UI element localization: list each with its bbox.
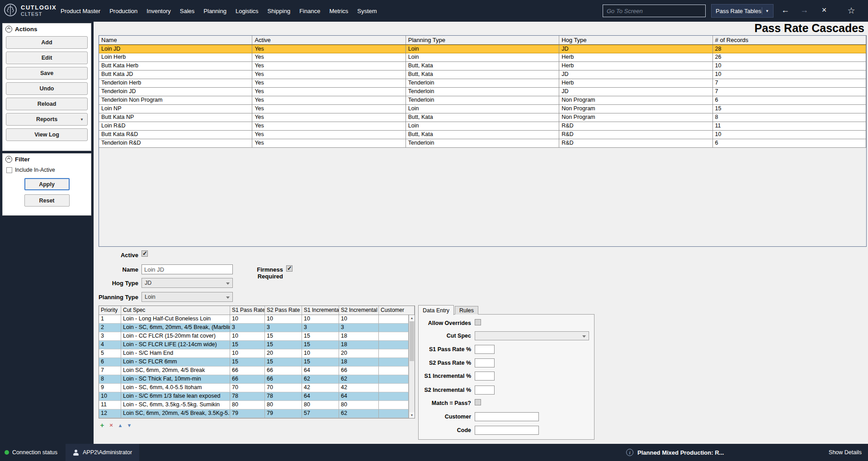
table-row[interactable]: Loin NPYesLoinNon Program15 xyxy=(99,105,866,113)
reset-button[interactable]: Reset xyxy=(24,194,70,207)
nav-item-production[interactable]: Production xyxy=(105,8,142,14)
table-row[interactable]: Butt Kata NPYesButt, KataNon Program8 xyxy=(99,113,866,122)
vertical-scrollbar[interactable]: ▲ ▼ xyxy=(409,315,415,418)
column-header-of-records[interactable]: # of Records xyxy=(713,36,866,44)
cutspec-row[interactable]: 7Loin SC, 6mm, 20mm, 4/5 Break66666466 xyxy=(99,367,409,375)
column-header-s2-incremental[interactable]: S2 Incremental xyxy=(339,306,379,315)
cutspec-body: 1Loin - Long Half-Cut Boneless Loin10101… xyxy=(99,315,409,418)
table-row[interactable]: Butt Kata R&DYesButt, KataR&D10 xyxy=(99,131,866,139)
column-header-name[interactable]: Name xyxy=(99,36,252,44)
planning-type-select[interactable]: Loin xyxy=(142,292,233,302)
column-header-active[interactable]: Active xyxy=(252,36,406,44)
column-header-hog-type[interactable]: Hog Type xyxy=(559,36,712,44)
column-header-cut-spec[interactable]: Cut Spec xyxy=(121,306,230,315)
table-row[interactable]: Butt Kata JDYesButt, KataJD10 xyxy=(99,71,866,79)
nav-item-inventory[interactable]: Inventory xyxy=(142,8,175,14)
cell-name: Butt Kata Herb xyxy=(99,62,252,70)
column-header-s1-incremental[interactable]: S1 Incremental xyxy=(302,306,339,315)
screen-selector-dropdown[interactable]: Pass Rate Tables ▼ xyxy=(711,4,774,18)
column-header-s1-pass-rate[interactable]: S1 Pass Rate xyxy=(230,306,265,315)
notification[interactable]: i Planned Mixed Production: R... xyxy=(626,444,724,461)
add-row-icon[interactable]: + xyxy=(99,421,106,429)
cutspec-row[interactable]: 10Loin - S/C 6mm 1/3 false lean exposed7… xyxy=(99,392,409,401)
move-up-icon[interactable]: ▲ xyxy=(117,423,124,428)
column-header-priority[interactable]: Priority xyxy=(99,306,121,315)
name-input[interactable] xyxy=(142,264,233,274)
scroll-up-icon[interactable]: ▲ xyxy=(409,315,415,321)
nav-item-shipping[interactable]: Shipping xyxy=(263,8,295,14)
reports-button[interactable]: Reports▼ xyxy=(6,113,88,126)
favorite-star-icon[interactable]: ☆ xyxy=(845,5,857,16)
cell-s2-incremental: 66 xyxy=(339,367,379,375)
s1-incremental-input[interactable] xyxy=(475,372,495,381)
cutspec-row[interactable]: 5Loin - S/C Ham End10201020 xyxy=(99,349,409,358)
go-to-screen-input[interactable] xyxy=(603,5,706,17)
customer-input[interactable] xyxy=(475,412,539,421)
table-row[interactable]: Tenderloin Non ProgramYesTenderloinNon P… xyxy=(99,96,866,105)
cutspec-row[interactable]: 8Loin - SC Thick Fat, 10mm-min66666262 xyxy=(99,375,409,384)
nav-item-logistics[interactable]: Logistics xyxy=(231,8,263,14)
nav-item-product-master[interactable]: Product Master xyxy=(56,8,105,14)
edit-button[interactable]: Edit xyxy=(6,52,88,64)
reload-button[interactable]: Reload xyxy=(6,98,88,110)
table-row[interactable]: Tenderloin HerbYesTenderloinHerb7 xyxy=(99,79,866,88)
nav-item-system[interactable]: System xyxy=(353,8,381,14)
code-input[interactable] xyxy=(475,426,539,435)
allow-overrides-checkbox[interactable] xyxy=(475,319,481,325)
add-button[interactable]: Add xyxy=(6,36,88,49)
hog-type-select[interactable]: JD xyxy=(142,278,233,288)
filter-panel-header[interactable]: Filter xyxy=(3,154,91,164)
table-row[interactable]: Loin JDYesLoinJD28 xyxy=(99,45,866,53)
table-row[interactable]: Loin HerbYesLoinHerb26 xyxy=(99,53,866,62)
cutspec-row[interactable]: 12Loin SC, 6mm, 20mm, 4/5 Break, 3.5Kg-5… xyxy=(99,409,409,418)
nav-item-planning[interactable]: Planning xyxy=(199,8,231,14)
nav-item-metrics[interactable]: Metrics xyxy=(325,8,353,14)
actions-panel-header[interactable]: Actions xyxy=(3,24,91,33)
collapse-icon[interactable] xyxy=(5,26,12,33)
table-row[interactable]: Tenderloin R&DYesTenderloinR&D6 xyxy=(99,139,866,148)
user-name: APP2\Administrator xyxy=(83,449,132,456)
show-details-link[interactable]: Show Details xyxy=(829,444,862,461)
save-button[interactable]: Save xyxy=(6,67,88,80)
cutspec-row[interactable]: 9Loin - SC, 6mm, 4.0-5.5 Itoham70704242 xyxy=(99,384,409,392)
cell-name: Tenderloin JD xyxy=(99,88,252,96)
include-inactive-checkbox[interactable] xyxy=(6,167,12,173)
undo-button[interactable]: Undo xyxy=(6,82,88,95)
column-header-planning-type[interactable]: Planning Type xyxy=(406,36,559,44)
close-icon[interactable]: × xyxy=(818,5,830,15)
view-log-button[interactable]: View Log xyxy=(6,128,88,141)
tab-data-entry[interactable]: Data Entry xyxy=(418,305,454,315)
cut-spec-select[interactable] xyxy=(475,331,589,340)
column-header-customer[interactable]: Customer xyxy=(379,306,415,315)
active-checkbox[interactable] xyxy=(142,250,148,257)
table-row[interactable]: Tenderloin JDYesTenderloinJD7 xyxy=(99,88,866,96)
table-row[interactable]: Loin R&DYesLoinR&D11 xyxy=(99,122,866,131)
move-down-icon[interactable]: ▼ xyxy=(126,423,133,428)
cutspec-row[interactable]: 4Loin - SC FLCR LIFE (12-14cm wide)15151… xyxy=(99,341,409,349)
table-row[interactable]: Butt Kata HerbYesButt, KataHerb10 xyxy=(99,62,866,71)
cutspec-row[interactable]: 6Loin - SC FLCR 6mm15151518 xyxy=(99,358,409,367)
cutspec-row[interactable]: 1Loin - Long Half-Cut Boneless Loin10101… xyxy=(99,315,409,324)
s2-incremental-input[interactable] xyxy=(475,386,495,395)
match-pass-checkbox[interactable] xyxy=(475,399,481,405)
s2-pass-rate-input[interactable] xyxy=(475,358,495,367)
cell-s1-incremental: 15 xyxy=(302,332,339,341)
column-header-s2-pass-rate[interactable]: S2 Pass Rate xyxy=(265,306,302,315)
apply-button[interactable]: Apply xyxy=(24,178,70,190)
scroll-down-icon[interactable]: ▼ xyxy=(409,412,415,418)
scrollbar-thumb[interactable] xyxy=(410,321,414,361)
tab-rules[interactable]: Rules xyxy=(455,306,478,315)
delete-row-icon[interactable]: × xyxy=(108,422,115,428)
nav-item-finance[interactable]: Finance xyxy=(295,8,325,14)
collapse-icon[interactable] xyxy=(5,156,12,163)
cutspec-row[interactable]: 2Loin - SC, 6mm, 20mm, 4/5 Break, (Marbl… xyxy=(99,324,409,332)
firmness-required-checkbox[interactable] xyxy=(286,265,292,272)
cutspec-row[interactable]: 3Loin - CC FLCR (15-20mm fat cover)10151… xyxy=(99,332,409,341)
user-chip[interactable]: APP2\Administrator xyxy=(66,444,139,461)
forward-icon[interactable]: → xyxy=(798,5,810,15)
back-icon[interactable]: ← xyxy=(779,5,791,15)
s1-pass-rate-input[interactable] xyxy=(475,345,495,354)
cutspec-row[interactable]: 11Loin - SC, 6mm, 3.5kg.-5.5kg. Sumikin8… xyxy=(99,401,409,409)
nav-item-sales[interactable]: Sales xyxy=(175,8,199,14)
connection-status[interactable]: Connection status xyxy=(5,444,57,461)
